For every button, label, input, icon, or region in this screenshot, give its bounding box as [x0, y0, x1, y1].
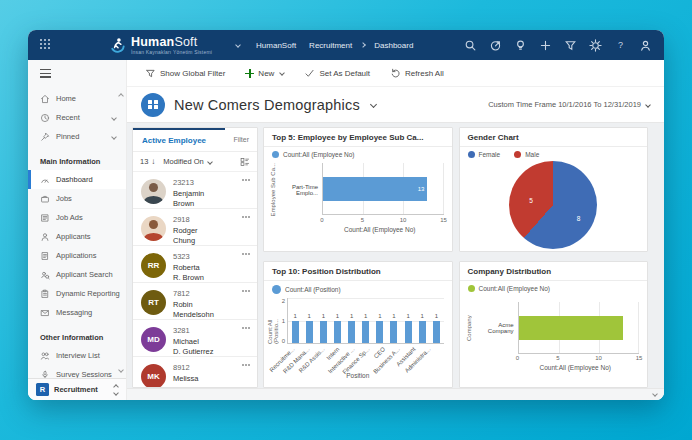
employee-card[interactable]: RT 7812 Robin Mendelsohn — [133, 283, 257, 320]
employee-last-name: D. Gutierrez — [173, 347, 213, 358]
module-switcher-recruitment[interactable]: R Recruitment — [28, 378, 126, 400]
add-icon[interactable] — [539, 39, 552, 52]
help-icon[interactable]: ? — [614, 39, 627, 52]
employee-card[interactable]: 2918 Rodger Chung — [133, 209, 257, 246]
sidebar-item-recent[interactable]: Recent — [28, 108, 126, 127]
plot-area: 13 — [322, 163, 444, 215]
sort-direction-icon[interactable]: ↓ — [151, 157, 155, 166]
filter-icon[interactable] — [564, 39, 577, 52]
more-options-icon[interactable] — [242, 290, 250, 292]
legend-item: Count:All (Employee No) — [272, 151, 355, 158]
sidebar-toggle-icon[interactable] — [28, 60, 126, 86]
filter-link[interactable]: Filter — [225, 136, 257, 143]
more-options-icon[interactable] — [242, 364, 250, 366]
chart-panel-gender[interactable]: Gender Chart Female Male — [459, 127, 649, 252]
sidebar-item-applicant-search[interactable]: Applicant Search — [28, 265, 126, 284]
scroll-down-icon[interactable] — [118, 367, 124, 373]
scroll-down-icon[interactable] — [652, 391, 658, 397]
bar[interactable]: 1 — [376, 321, 383, 344]
sidebar-item-job-ads[interactable]: Job Ads — [28, 208, 126, 227]
clipboard-icon — [40, 289, 50, 299]
bar[interactable]: 1 — [405, 321, 412, 344]
sort-by-dropdown[interactable]: Modified On — [163, 157, 203, 166]
y-axis-label: Company — [464, 302, 474, 354]
more-options-icon[interactable] — [242, 179, 250, 181]
chart-title: Top 5: Employee by Employee Sub Ca... — [264, 128, 452, 147]
bar[interactable]: 1 — [292, 321, 299, 344]
profile-icon[interactable] — [639, 39, 652, 52]
bar[interactable]: 1 — [390, 321, 397, 344]
sidebar-item-dashboard[interactable]: Dashboard — [28, 170, 126, 189]
sidebar-item-dynamic-reporting[interactable]: Dynamic Reporting — [28, 284, 126, 303]
time-frame-selector[interactable]: Custom Time Frame 10/1/2016 To 12/31/201… — [488, 100, 650, 109]
plus-icon — [245, 69, 254, 78]
sidebar-item-messaging[interactable]: Messaging — [28, 303, 126, 322]
more-options-icon[interactable] — [242, 327, 250, 329]
bar-acme-company[interactable] — [519, 316, 623, 340]
plot-area — [518, 302, 640, 354]
humansoft-logo-icon — [108, 36, 127, 55]
bar[interactable]: 1 — [320, 321, 327, 344]
briefcase-icon — [40, 194, 50, 204]
bar[interactable]: 1 — [306, 321, 313, 344]
bar[interactable]: 1 — [348, 321, 355, 344]
employee-card[interactable]: MD 3281 Michael D. Gutierrez — [133, 320, 257, 357]
home-icon — [40, 94, 50, 104]
category-label: Acme Company — [474, 302, 518, 354]
bar-part-time-employee[interactable]: 13 — [323, 177, 427, 201]
bar-value-label: 13 — [418, 186, 425, 192]
quick-access-icon[interactable] — [489, 39, 502, 52]
chart-panel-company-distribution[interactable]: Company Distribution Count:All (Employee… — [459, 261, 649, 388]
lightbulb-icon[interactable] — [514, 39, 527, 52]
more-options-icon[interactable] — [242, 253, 250, 255]
bar[interactable]: 1 — [334, 321, 341, 344]
legend-item: Count:All (Employee No) — [468, 285, 551, 292]
bar[interactable]: 1 — [433, 321, 440, 344]
breadcrumb-section[interactable]: Recruitment — [309, 41, 352, 50]
brand-chevron-down-icon[interactable] — [235, 42, 241, 48]
employee-id: 7812 — [173, 289, 214, 300]
refresh-all-button[interactable]: Refresh All — [390, 68, 444, 79]
sidebar-scrollbar[interactable] — [117, 92, 125, 374]
settings-gear-icon[interactable] — [589, 39, 602, 52]
dashboard-icon[interactable] — [141, 93, 165, 117]
set-as-default-button[interactable]: Set As Default — [304, 68, 370, 79]
chart-panel-position-distribution[interactable]: Top 10: Position Distribution Count:All … — [263, 261, 453, 388]
sidebar-item-survey-sessions[interactable]: Survey Sessions — [28, 365, 126, 378]
x-axis-ticks: 0 5 10 15 — [322, 217, 444, 225]
sidebar-nav: Home Recent Pinned Main Information Dash… — [28, 86, 126, 378]
sidebar-item-applications[interactable]: Applications — [28, 246, 126, 265]
tab-active-employee[interactable]: Active Employee — [133, 128, 225, 151]
sidebar-item-pinned[interactable]: Pinned — [28, 127, 126, 146]
search-icon[interactable] — [464, 39, 477, 52]
breadcrumb-page[interactable]: Dashboard — [374, 41, 413, 50]
x-axis-label: Count:All (Employee No) — [460, 363, 648, 374]
title-chevron-down-icon[interactable] — [370, 101, 377, 108]
breadcrumb-app[interactable]: HumanSoft — [256, 41, 296, 50]
plot-area: 1 1 1 1 1 1 1 1 1 1 — [287, 298, 444, 344]
content-scrollbar[interactable] — [127, 388, 664, 400]
bar[interactable]: 1 — [419, 321, 426, 344]
new-button[interactable]: New — [245, 69, 284, 78]
record-count[interactable]: 13 — [140, 157, 148, 166]
category-label: Part-Time Emplo... — [278, 163, 322, 216]
chart-panel-employee-sub-category[interactable]: Top 5: Employee by Employee Sub Ca... Co… — [263, 127, 453, 252]
y-axis-ticks: 2 1 0 — [278, 298, 287, 344]
employee-card[interactable]: MK 8912 Melissa — [133, 357, 257, 387]
app-launcher-icon[interactable] — [40, 39, 52, 51]
bar[interactable]: 1 — [362, 321, 369, 344]
view-switcher-icon[interactable] — [240, 157, 250, 167]
sidebar-item-interview-list[interactable]: Interview List — [28, 346, 126, 365]
avatar-photo — [141, 216, 166, 241]
show-global-filter-button[interactable]: Show Global Filter — [145, 68, 225, 79]
sidebar-item-applicants[interactable]: Applicants — [28, 227, 126, 246]
sidebar-item-jobs[interactable]: Jobs — [28, 189, 126, 208]
gender-pie-chart[interactable]: 8 5 — [509, 161, 597, 249]
employee-card[interactable]: 23213 Benjamin Brown — [133, 172, 257, 209]
more-options-icon[interactable] — [242, 216, 250, 218]
brand-logo: HumanSoft İnsan Kaynakları Yönetim Siste… — [108, 36, 212, 55]
page-title: New Comers Demographics — [174, 97, 360, 113]
employee-card[interactable]: RR 5323 Roberta R. Brown — [133, 246, 257, 283]
sidebar-item-home[interactable]: Home — [28, 89, 126, 108]
scroll-up-icon[interactable] — [118, 93, 124, 99]
